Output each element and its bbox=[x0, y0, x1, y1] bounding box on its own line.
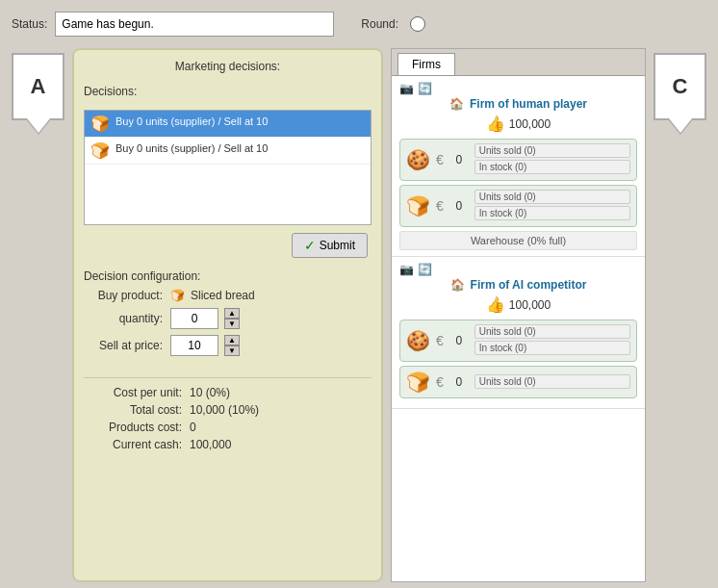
firm-cash-human: 👍 100,000 bbox=[399, 115, 637, 133]
warehouse-human: Warehouse (0% full) bbox=[399, 231, 637, 250]
sell-price-spinner: ▲ ▼ bbox=[224, 335, 240, 356]
firms-tab-button[interactable]: Firms bbox=[397, 53, 455, 75]
firm-section-ai: 📷 🔄 🏠 Firm of AI competitor 👍 100,000 🍪 … bbox=[392, 257, 645, 409]
buy-product-name: Sliced bread bbox=[191, 289, 255, 302]
firms-panel: Firms 📷 🔄 🏠 Firm of human player 👍 100,0… bbox=[391, 48, 646, 582]
round-circle bbox=[410, 16, 425, 32]
in-stock-human-1: In stock (0) bbox=[474, 206, 630, 220]
decision-text-1: Buy 0 units (supplier) / Sell at 10 bbox=[115, 141, 268, 156]
cost-per-unit-label: Cost per unit: bbox=[84, 386, 190, 399]
total-cost-value: 10,000 (10%) bbox=[190, 403, 259, 417]
product-qty-ai-1: 0 bbox=[449, 375, 469, 389]
sell-price-down[interactable]: ▼ bbox=[224, 345, 240, 356]
product-row-human-1: 🍞 € 0 Units sold (0) In stock (0) bbox=[399, 185, 637, 227]
product-stats-human-1: Units sold (0) In stock (0) bbox=[474, 190, 630, 222]
label-a-box: A bbox=[12, 53, 64, 120]
decision-item-1[interactable]: 🍞 Buy 0 units (supplier) / Sell at 10 bbox=[85, 138, 371, 165]
cash-thumb-human: 👍 bbox=[486, 115, 505, 133]
quantity-label: quantity: bbox=[84, 312, 170, 325]
product-row-ai-1: 🍞 € 0 Units sold (0) bbox=[399, 366, 637, 398]
marketing-panel: Marketing decisions: Decisions: 🍞 Buy 0 … bbox=[72, 48, 383, 582]
sell-price-input[interactable] bbox=[170, 335, 218, 356]
buy-product-label: Buy product: bbox=[84, 289, 170, 302]
check-icon: ✓ bbox=[304, 238, 316, 253]
product-stats-ai-0: Units sold (0) In stock (0) bbox=[474, 324, 630, 357]
products-cost-row: Products cost: 0 bbox=[84, 421, 372, 434]
decision-text-0: Buy 0 units (supplier) / Sell at 10 bbox=[115, 115, 268, 129]
firm-name-ai: Firm of AI competitor bbox=[471, 278, 587, 292]
product-stats-ai-1: Units sold (0) bbox=[474, 374, 630, 391]
firm-name-human: Firm of human player bbox=[470, 97, 587, 111]
product-stats-human-0: Units sold (0) In stock (0) bbox=[474, 143, 630, 176]
euro-icon-human-1: € bbox=[436, 198, 444, 214]
units-sold-human-0: Units sold (0) bbox=[474, 143, 630, 158]
config-section: Decision configuration: Buy product: 🍞 S… bbox=[84, 269, 372, 362]
sell-price-label: Sell at price: bbox=[84, 339, 170, 352]
cash-value-human: 100,000 bbox=[509, 117, 551, 131]
products-cost-value: 0 bbox=[190, 421, 196, 434]
units-sold-ai-1: Units sold (0) bbox=[474, 374, 630, 389]
firms-tab: Firms bbox=[392, 49, 645, 76]
label-c-text: C bbox=[673, 74, 688, 99]
firms-content[interactable]: 📷 🔄 🏠 Firm of human player 👍 100,000 🍪 €… bbox=[392, 76, 645, 581]
status-input bbox=[55, 12, 334, 37]
product-icon-human-0: 🍪 bbox=[406, 148, 430, 171]
cash-value-ai: 100,000 bbox=[509, 298, 551, 312]
buy-product-value: 🍞 Sliced bread bbox=[170, 289, 255, 302]
decision-item-0[interactable]: 🍞 Buy 0 units (supplier) / Sell at 10 bbox=[85, 111, 371, 138]
firm-icons-ai: 📷 🔄 bbox=[399, 263, 637, 276]
sell-price-row: Sell at price: ▲ ▼ bbox=[84, 335, 372, 356]
decisions-label: Decisions: bbox=[84, 85, 372, 98]
products-cost-label: Products cost: bbox=[84, 421, 190, 434]
quantity-value: ▲ ▼ bbox=[170, 308, 240, 329]
in-stock-human-0: In stock (0) bbox=[474, 160, 630, 174]
label-c-box: C bbox=[654, 53, 706, 120]
bread-icon-1: 🍞 bbox=[90, 141, 110, 160]
product-icon-human-1: 🍞 bbox=[406, 194, 430, 217]
firm-house-icon-human: 🏠 bbox=[449, 97, 464, 111]
current-cash-value: 100,000 bbox=[190, 438, 231, 451]
quantity-down[interactable]: ▼ bbox=[224, 319, 240, 329]
firm-section-human: 📷 🔄 🏠 Firm of human player 👍 100,000 🍪 €… bbox=[392, 76, 645, 257]
sell-price-up[interactable]: ▲ bbox=[224, 335, 240, 345]
quantity-input[interactable] bbox=[170, 308, 218, 329]
submit-label: Submit bbox=[320, 239, 355, 252]
product-qty-ai-0: 0 bbox=[449, 334, 469, 347]
quantity-row: quantity: ▲ ▼ bbox=[84, 308, 372, 329]
decisions-list[interactable]: 🍞 Buy 0 units (supplier) / Sell at 10 🍞 … bbox=[84, 110, 372, 225]
current-cash-label: Current cash: bbox=[84, 438, 190, 451]
film-icon-ai-2: 🔄 bbox=[418, 263, 432, 276]
label-a-text: A bbox=[31, 74, 46, 99]
current-cash-row: Current cash: 100,000 bbox=[84, 438, 372, 451]
bread-icon-0: 🍞 bbox=[90, 115, 110, 133]
buy-product-icon: 🍞 bbox=[170, 289, 185, 302]
cost-per-unit-value: 10 (0%) bbox=[190, 386, 230, 399]
euro-icon-human-0: € bbox=[436, 152, 444, 167]
euro-icon-ai-1: € bbox=[436, 374, 444, 390]
firm-cash-ai: 👍 100,000 bbox=[399, 295, 637, 314]
submit-button[interactable]: ✓ Submit bbox=[292, 233, 368, 258]
euro-icon-ai-0: € bbox=[436, 333, 444, 348]
quantity-up[interactable]: ▲ bbox=[224, 308, 240, 319]
product-row-ai-0: 🍪 € 0 Units sold (0) In stock (0) bbox=[399, 320, 637, 362]
product-icon-ai-1: 🍞 bbox=[406, 371, 430, 394]
panel-title: Marketing decisions: bbox=[84, 60, 372, 73]
product-row-human-0: 🍪 € 0 Units sold (0) In stock (0) bbox=[399, 139, 637, 181]
product-qty-human-1: 0 bbox=[449, 199, 469, 213]
units-sold-ai-0: Units sold (0) bbox=[474, 324, 630, 339]
main-area: A Marketing decisions: Decisions: 🍞 Buy … bbox=[0, 48, 718, 582]
status-bar: Status: Round: bbox=[0, 0, 718, 48]
firm-house-icon-ai: 🏠 bbox=[450, 278, 465, 292]
film-icon-ai-1: 📷 bbox=[399, 263, 414, 276]
firm-header-human: 🏠 Firm of human player bbox=[399, 97, 637, 111]
buy-product-row: Buy product: 🍞 Sliced bread bbox=[84, 289, 372, 302]
round-label: Round: bbox=[361, 17, 398, 31]
film-icon-1: 📷 bbox=[399, 82, 414, 95]
firm-header-ai: 🏠 Firm of AI competitor bbox=[399, 278, 637, 292]
in-stock-ai-0: In stock (0) bbox=[474, 341, 630, 355]
product-icon-ai-0: 🍪 bbox=[406, 329, 430, 352]
cash-thumb-ai: 👍 bbox=[486, 295, 505, 314]
firm-icons-human: 📷 🔄 bbox=[399, 82, 637, 95]
cost-per-unit-row: Cost per unit: 10 (0%) bbox=[84, 386, 372, 399]
config-title: Decision configuration: bbox=[84, 269, 372, 283]
